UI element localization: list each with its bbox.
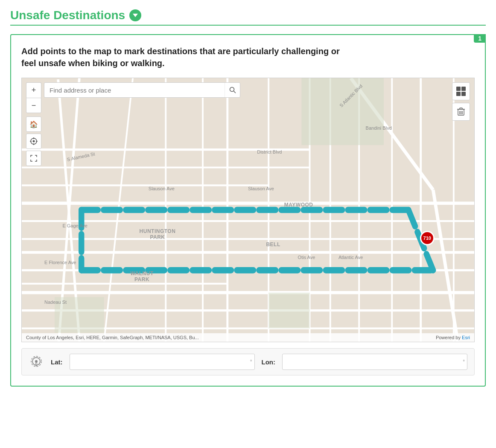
search-button[interactable] (225, 83, 240, 97)
svg-rect-27 (301, 78, 384, 145)
svg-line-41 (233, 91, 236, 93)
lon-degree: ° (463, 359, 465, 365)
lat-input[interactable] (70, 354, 255, 370)
zoom-out-button[interactable]: − (26, 98, 41, 113)
zoom-in-button[interactable]: + (26, 82, 41, 98)
grid-button[interactable] (452, 82, 470, 100)
svg-rect-29 (268, 293, 309, 329)
svg-rect-28 (55, 297, 104, 333)
interstate-710-badge: 710 (420, 231, 435, 245)
zoom-control-group: + − (26, 82, 41, 113)
home-button[interactable]: 🏠 (26, 116, 41, 132)
lon-label: Lon: (262, 358, 275, 366)
lon-input-wrap: ° (282, 354, 467, 370)
powered-by: Powered by Esri (436, 335, 470, 340)
instruction-text: Add points to the map to mark destinatio… (21, 45, 354, 69)
lat-input-wrap: ° (70, 354, 255, 370)
location-icon (29, 354, 44, 369)
trash-button[interactable] (452, 103, 470, 121)
search-input[interactable] (44, 87, 225, 94)
fullscreen-button[interactable] (26, 151, 41, 166)
esri-link[interactable]: Esri (462, 335, 470, 340)
map-controls: + − 🏠 (26, 82, 41, 166)
title-underline (10, 25, 486, 26)
map-svg (22, 78, 474, 342)
map-container[interactable]: MAYWOOD HUNTINGTONPARK BELL WALNUTPARK D… (21, 78, 475, 342)
map-search-bar[interactable] (44, 82, 240, 98)
lon-input[interactable] (282, 354, 467, 370)
lat-degree: ° (250, 359, 252, 365)
lat-label: Lat: (51, 358, 63, 366)
page-container: Unsafe Destinations 1 Add points to the … (0, 0, 496, 395)
svg-point-35 (33, 140, 35, 143)
grid-icon (456, 87, 466, 96)
locate-button[interactable] (26, 134, 41, 149)
map-top-right-controls (452, 82, 470, 121)
title-row: Unsafe Destinations (10, 9, 486, 22)
svg-point-40 (230, 87, 234, 92)
interstate-number: 710 (423, 236, 431, 241)
coordinate-row: Lat: ° Lon: ° (21, 348, 475, 375)
attribution-text: County of Los Angeles, Esri, HERE, Garmi… (26, 335, 199, 340)
main-panel: 1 Add points to the map to mark destinat… (10, 34, 486, 387)
page-title: Unsafe Destinations (10, 9, 125, 22)
dropdown-icon[interactable] (129, 9, 141, 21)
panel-number: 1 (474, 34, 486, 43)
map-attribution: County of Los Angeles, Esri, HERE, Garmi… (22, 333, 474, 342)
